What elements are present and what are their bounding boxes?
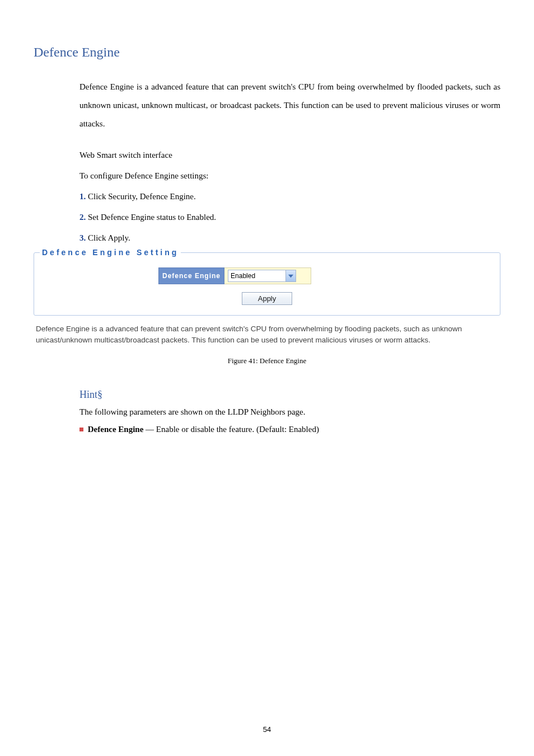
defence-engine-label: Defence Engine	[158, 267, 224, 284]
defence-engine-select-value: Enabled	[228, 272, 285, 280]
gui-screenshot: Defence Engine Setting Defence Engine En…	[34, 252, 500, 346]
step-2: 2. Set Defence Engine status to Enabled.	[79, 210, 500, 225]
step-3-text: Click Apply.	[86, 233, 130, 242]
step-2-text: Set Defence Engine status to Enabled.	[86, 213, 216, 222]
apply-button[interactable]: Apply	[242, 292, 293, 305]
interface-line: Web Smart switch interface	[79, 148, 500, 163]
defence-engine-fieldset: Defence Engine Setting Defence Engine En…	[34, 252, 500, 316]
hint-bullet-name: Defence Engine	[88, 425, 144, 434]
bullet-square-icon	[79, 428, 83, 431]
hint-bullet: Defence Engine — Enable or disable the f…	[79, 422, 500, 437]
step-2-number: 2.	[79, 213, 86, 222]
step-1-text: Click Security, Defence Engine.	[86, 192, 195, 201]
fieldset-legend: Defence Engine Setting	[40, 248, 181, 257]
intro-paragraph: Defence Engine is a advanced feature tha…	[79, 78, 500, 133]
section-heading: Defence Engine	[34, 45, 500, 60]
gui-description-text: Defence Engine is a advanced feature tha…	[34, 323, 500, 346]
hint-intro: The following parameters are shown on th…	[79, 405, 500, 420]
form-row-defence-engine: Defence Engine Enabled	[40, 267, 494, 284]
step-3-number: 3.	[79, 233, 86, 242]
configure-line: To configure Defence Engine settings:	[79, 168, 500, 184]
step-1-number: 1.	[79, 192, 86, 201]
figure-caption: Figure 41: Defence Engine	[34, 356, 500, 365]
step-1: 1. Click Security, Defence Engine.	[79, 189, 500, 204]
page-number: 54	[0, 725, 534, 734]
defence-engine-select[interactable]: Enabled	[228, 270, 296, 282]
defence-engine-control-cell: Enabled	[224, 267, 311, 284]
step-3: 3. Click Apply.	[79, 231, 500, 246]
hint-heading: Hint§	[79, 389, 500, 401]
hint-bullet-text: — Enable or disable the feature. (Defaul…	[143, 425, 319, 434]
chevron-down-icon	[285, 270, 296, 281]
